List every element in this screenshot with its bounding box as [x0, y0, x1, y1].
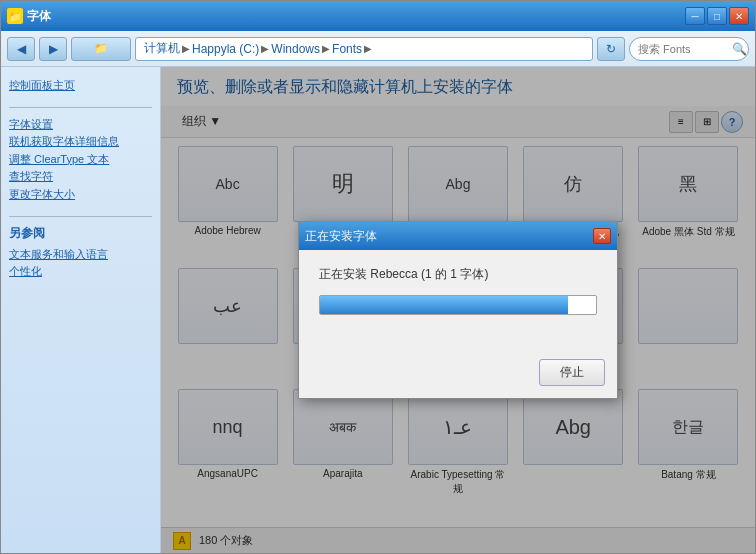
modal-message: 正在安装 Rebecca (1 的 1 字体): [319, 266, 597, 283]
modal-overlay: 正在安装字体 ✕ 正在安装 Rebecca (1 的 1 字体) 停止: [161, 67, 755, 553]
sidebar-link-cleartype[interactable]: 调整 ClearType 文本: [9, 151, 152, 169]
minimize-button[interactable]: ─: [685, 7, 705, 25]
search-icon: 🔍: [732, 42, 747, 56]
modal-close-button[interactable]: ✕: [593, 228, 611, 244]
back-button[interactable]: ◀: [7, 37, 35, 61]
forward-button[interactable]: ▶: [39, 37, 67, 61]
content-area: 预览、删除或者显示和隐藏计算机上安装的字体 组织 ▼ ≡ ⊞ ? Abc Ado…: [161, 67, 755, 553]
progress-bar-container: [319, 295, 597, 315]
sidebar-link-personalization[interactable]: 个性化: [9, 263, 152, 281]
close-button[interactable]: ✕: [729, 7, 749, 25]
title-bar-left: 📁 字体: [7, 8, 51, 25]
back-icon: ◀: [17, 42, 26, 56]
sidebar: 控制面板主页 字体设置 联机获取字体详细信息 调整 ClearType 文本 查…: [1, 67, 161, 553]
path-drive: Happyla (C:): [192, 42, 259, 56]
modal-footer: 停止: [299, 351, 617, 398]
path-arrow-4: ▶: [364, 43, 372, 54]
modal-title-bar: 正在安装字体 ✕: [299, 222, 617, 250]
modal-title-text: 正在安装字体: [305, 228, 377, 245]
sidebar-link-online-fonts[interactable]: 联机获取字体详细信息: [9, 133, 152, 151]
search-input[interactable]: [638, 43, 728, 55]
modal-content: 正在安装 Rebecca (1 的 1 字体): [299, 250, 617, 351]
address-path[interactable]: 计算机 ▶ Happyla (C:) ▶ Windows ▶ Fonts ▶: [135, 37, 593, 61]
maximize-button[interactable]: □: [707, 7, 727, 25]
sidebar-link-text-services[interactable]: 文本服务和输入语言: [9, 246, 152, 264]
install-modal: 正在安装字体 ✕ 正在安装 Rebecca (1 的 1 字体) 停止: [298, 221, 618, 399]
sidebar-main-links: 字体设置 联机获取字体详细信息 调整 ClearType 文本 查找字符 更改字…: [9, 107, 152, 204]
main-area: 控制面板主页 字体设置 联机获取字体详细信息 调整 ClearType 文本 查…: [1, 67, 755, 553]
stop-button[interactable]: 停止: [539, 359, 605, 386]
folder-icon: 📁: [94, 42, 108, 55]
forward-icon: ▶: [49, 42, 58, 56]
path-computer: 计算机: [144, 40, 180, 57]
breadcrumb-area: 📁: [71, 37, 131, 61]
sidebar-also-title: 另参阅: [9, 225, 152, 242]
sidebar-link-font-settings[interactable]: 字体设置: [9, 116, 152, 134]
path-arrow-2: ▶: [261, 43, 269, 54]
path-arrow-3: ▶: [322, 43, 330, 54]
path-arrow-1: ▶: [182, 43, 190, 54]
sidebar-link-find-char[interactable]: 查找字符: [9, 168, 152, 186]
title-bar: 📁 字体 ─ □ ✕: [1, 1, 755, 31]
title-buttons: ─ □ ✕: [685, 7, 749, 25]
search-box[interactable]: 🔍: [629, 37, 749, 61]
window-title: 字体: [27, 8, 51, 25]
sidebar-link-font-size[interactable]: 更改字体大小: [9, 186, 152, 204]
sidebar-also-section: 另参阅 文本服务和输入语言 个性化: [9, 216, 152, 281]
progress-bar-fill: [320, 296, 568, 314]
refresh-button[interactable]: ↻: [597, 37, 625, 61]
address-bar: ◀ ▶ 📁 计算机 ▶ Happyla (C:) ▶ Windows ▶ Fon…: [1, 31, 755, 67]
path-fonts: Fonts: [332, 42, 362, 56]
main-window: 📁 字体 ─ □ ✕ ◀ ▶ 📁 计算机 ▶ Happyla (C:) ▶ Wi…: [0, 0, 756, 554]
window-icon: 📁: [7, 8, 23, 24]
sidebar-home-link[interactable]: 控制面板主页: [9, 77, 152, 95]
path-windows: Windows: [271, 42, 320, 56]
